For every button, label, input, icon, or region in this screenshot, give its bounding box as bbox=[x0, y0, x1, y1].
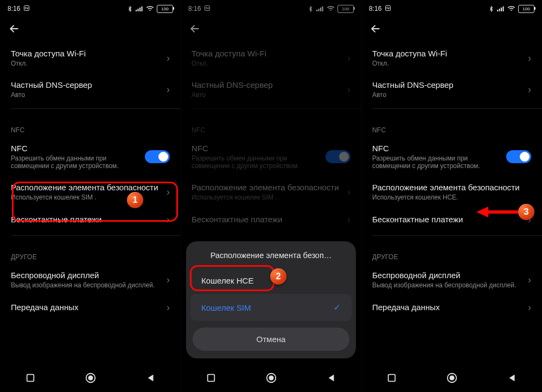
chevron-right-icon: › bbox=[167, 302, 170, 313]
wifi-icon bbox=[507, 5, 515, 12]
setting-subtitle: Используется кошелек SIM . bbox=[11, 194, 163, 201]
svg-rect-2 bbox=[138, 9, 139, 11]
nav-back-button[interactable] bbox=[505, 371, 519, 385]
nav-recent-button[interactable] bbox=[385, 371, 399, 385]
dialog-option-hce[interactable]: Кошелек HCE bbox=[190, 267, 352, 294]
svg-rect-21 bbox=[388, 375, 395, 382]
nfc-toggle[interactable] bbox=[145, 150, 170, 163]
setting-data-transfer[interactable]: Передача данных › bbox=[0, 295, 181, 320]
setting-subtitle: Авто bbox=[11, 91, 163, 99]
setting-title: Передача данных bbox=[372, 303, 525, 312]
nav-home-button[interactable] bbox=[264, 371, 278, 385]
chevron-right-icon: › bbox=[528, 53, 531, 64]
setting-wireless-display[interactable]: Беспроводной дисплейВывод изображения на… bbox=[361, 264, 542, 295]
svg-rect-19 bbox=[501, 8, 502, 11]
android-nav-bar bbox=[181, 364, 361, 392]
setting-title: Бесконтактные платежи bbox=[372, 215, 525, 224]
section-header-nfc: NFC bbox=[0, 117, 181, 137]
svg-rect-17 bbox=[497, 10, 498, 11]
bluetooth-icon bbox=[488, 5, 494, 12]
setting-title: Беспроводной дисплей bbox=[11, 271, 163, 280]
nav-back-button[interactable] bbox=[144, 371, 158, 385]
setting-wifi-hotspot[interactable]: Точка доступа Wi-FiОткл. › bbox=[361, 42, 542, 74]
back-button[interactable] bbox=[7, 21, 22, 36]
setting-secure-element[interactable]: Расположение элемента безопасностиИсполь… bbox=[0, 176, 181, 208]
dialog-cancel-button[interactable]: Отмена bbox=[193, 327, 349, 351]
status-bar: 8:16 100 bbox=[361, 0, 542, 15]
nav-recent-button[interactable] bbox=[23, 371, 37, 385]
setting-title: Частный DNS-сервер bbox=[372, 80, 525, 89]
setting-subtitle: Используется кошелек HCE. bbox=[372, 194, 531, 201]
svg-rect-13 bbox=[207, 375, 214, 382]
section-header-nfc: NFC bbox=[361, 117, 542, 137]
setting-title: Точка доступа Wi-Fi bbox=[372, 49, 525, 58]
setting-subtitle: Вывод изображения на беспроводной диспле… bbox=[11, 281, 163, 289]
setting-secure-element[interactable]: Расположение элемента безопасностиИсполь… bbox=[361, 176, 542, 208]
nav-home-button[interactable] bbox=[445, 371, 459, 385]
phone-screen-1: 8:16 100 Точка доступа Wi-FiОткл. › bbox=[0, 0, 181, 392]
chevron-right-icon: › bbox=[528, 84, 531, 95]
setting-subtitle: Разрешить обмен данными при совмещении с… bbox=[372, 155, 506, 170]
back-button[interactable] bbox=[368, 21, 383, 36]
setting-subtitle: Авто bbox=[372, 91, 525, 99]
setting-title: Бесконтактные платежи bbox=[11, 215, 163, 224]
setting-title: NFC bbox=[372, 144, 506, 153]
svg-point-7 bbox=[88, 376, 92, 380]
setting-nfc-toggle[interactable]: NFCРазрешить обмен данными при совмещени… bbox=[361, 137, 542, 176]
chevron-right-icon: › bbox=[167, 187, 170, 198]
svg-point-23 bbox=[450, 376, 454, 380]
nfc-indicator-icon bbox=[385, 5, 391, 13]
chevron-right-icon: › bbox=[528, 214, 531, 226]
setting-subtitle: Откл. bbox=[372, 60, 525, 67]
setting-title: NFC bbox=[11, 144, 145, 153]
android-nav-bar bbox=[361, 364, 542, 392]
setting-contactless[interactable]: Бесконтактные платежи › bbox=[361, 208, 542, 232]
svg-point-15 bbox=[269, 376, 273, 380]
setting-wireless-display[interactable]: Беспроводной дисплейВывод изображения на… bbox=[0, 264, 181, 295]
battery-icon: 100 bbox=[518, 5, 534, 13]
setting-title: Точка доступа Wi-Fi bbox=[11, 49, 163, 58]
svg-rect-20 bbox=[503, 7, 504, 11]
setting-subtitle: Разрешить обмен данными при совмещении с… bbox=[11, 155, 145, 170]
svg-rect-18 bbox=[499, 9, 500, 11]
setting-data-transfer[interactable]: Передача данных › bbox=[361, 295, 542, 320]
dialog-option-sim[interactable]: Кошелек SIM ✓ bbox=[190, 294, 352, 321]
chevron-right-icon: › bbox=[528, 274, 531, 286]
setting-private-dns[interactable]: Частный DNS-серверАвто › bbox=[0, 74, 181, 105]
svg-rect-5 bbox=[27, 375, 34, 382]
setting-title: Беспроводной дисплей bbox=[372, 271, 525, 280]
setting-subtitle: Вывод изображения на беспроводной диспле… bbox=[372, 281, 525, 289]
setting-title: Расположение элемента безопасности bbox=[372, 183, 531, 192]
setting-title: Частный DNS-сервер bbox=[11, 80, 163, 89]
setting-nfc-toggle[interactable]: NFCРазрешить обмен данными при совмещени… bbox=[0, 137, 181, 176]
section-header-other: ДРУГОЕ bbox=[0, 243, 181, 264]
chevron-right-icon: › bbox=[167, 274, 170, 286]
setting-private-dns[interactable]: Частный DNS-серверАвто › bbox=[361, 74, 542, 105]
nfc-toggle[interactable] bbox=[506, 150, 531, 163]
chevron-right-icon: › bbox=[167, 84, 170, 95]
secure-element-dialog: Расположение элемента безоп… Кошелек HCE… bbox=[186, 241, 356, 358]
signal-icon bbox=[497, 5, 505, 12]
setting-contactless[interactable]: Бесконтактные платежи › bbox=[0, 208, 181, 232]
nfc-indicator-icon bbox=[23, 5, 30, 13]
setting-wifi-hotspot[interactable]: Точка доступа Wi-FiОткл. › bbox=[0, 42, 181, 74]
nav-recent-button[interactable] bbox=[204, 371, 218, 385]
check-icon: ✓ bbox=[334, 303, 341, 312]
battery-icon: 100 bbox=[157, 5, 173, 13]
phone-screen-3: 8:16 100 Точка доступа Wi-FiОткл. › Част… bbox=[361, 0, 542, 392]
status-bar: 8:16 100 bbox=[0, 0, 181, 15]
chevron-right-icon: › bbox=[167, 53, 170, 64]
phone-screen-2: 8:16 100 Точка доступа Wi-FiОткл. › Част… bbox=[181, 0, 361, 392]
option-label: Кошелек HCE bbox=[201, 276, 253, 285]
dialog-title: Расположение элемента безоп… bbox=[186, 241, 356, 267]
nav-back-button[interactable] bbox=[324, 371, 339, 385]
setting-title: Расположение элемента безопасности bbox=[11, 183, 163, 192]
svg-rect-4 bbox=[142, 7, 143, 11]
svg-rect-3 bbox=[139, 8, 141, 11]
option-label: Кошелек SIM bbox=[201, 303, 251, 312]
signal-icon bbox=[136, 5, 143, 12]
setting-subtitle: Откл. bbox=[11, 60, 163, 67]
section-header-other: ДРУГОЕ bbox=[361, 243, 542, 264]
svg-rect-1 bbox=[136, 10, 137, 11]
nav-home-button[interactable] bbox=[84, 371, 98, 385]
